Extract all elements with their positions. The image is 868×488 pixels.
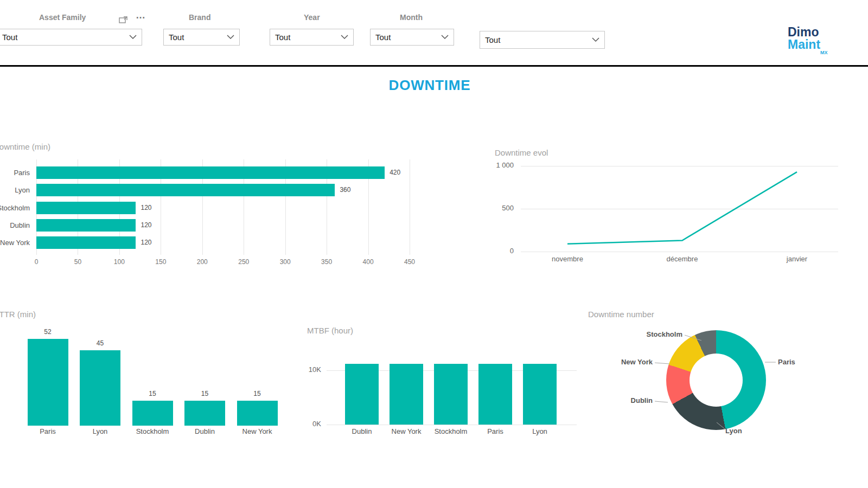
page-title: DOWNTIME [0, 77, 859, 94]
category-label-paris: Paris [0, 166, 30, 179]
bar-new-york[interactable] [390, 364, 423, 425]
filter-label-year: Year [304, 13, 320, 22]
category-label-paris: Paris [23, 427, 72, 435]
x-tick-label: 150 [150, 258, 171, 266]
value-label: 45 [87, 339, 114, 347]
category-label-stockholm: Stockholm [426, 427, 475, 435]
bar-dublin[interactable] [36, 219, 136, 232]
mttr-chart-title: MTTR (min) [0, 310, 36, 319]
category-label-lyon: Lyon [515, 427, 564, 435]
chevron-down-icon [341, 35, 348, 40]
bar-dublin[interactable] [345, 364, 379, 425]
donut-label-new-york: New York [598, 358, 653, 366]
bar-lyon[interactable] [36, 184, 335, 196]
x-tick-label: 350 [316, 258, 337, 266]
downtime-number-chart-title: Downtime number [588, 310, 654, 319]
x-tick-label: 450 [399, 258, 420, 266]
donut-label-paris: Paris [778, 358, 832, 366]
year-dropdown[interactable]: Tout [270, 29, 354, 46]
x-tick-label: janvier [773, 255, 821, 263]
gridline [327, 425, 577, 425]
bar-stockholm[interactable] [132, 401, 173, 426]
brand-dropdown[interactable]: Tout [163, 29, 240, 46]
dashboard-canvas: Asset Family … Brand Year Month Tout Tou… [0, 0, 868, 488]
downtime-evol-chart-title: Downtime evol [495, 148, 548, 157]
bar-paris[interactable] [478, 364, 512, 425]
mtbf-chart-title: MTBF (hour) [307, 326, 353, 335]
category-label-stockholm: Stockholm [128, 427, 177, 435]
chevron-down-icon [227, 35, 234, 40]
value-label: 15 [244, 390, 271, 397]
category-label-lyon: Lyon [76, 427, 125, 435]
downtime-min-chart-title: Downtime (min) [0, 142, 50, 151]
category-label-lyon: Lyon [0, 184, 30, 196]
bar-new-york[interactable] [36, 236, 136, 249]
value-label: 120 [141, 202, 151, 214]
bar-dublin[interactable] [184, 401, 225, 426]
bar-lyon[interactable] [80, 350, 120, 426]
logo-text-dimo: Dimo [788, 26, 837, 38]
category-label-stockholm: Stockholm [0, 202, 30, 214]
x-tick-label: 250 [233, 258, 254, 266]
header-divider [0, 65, 868, 67]
filter-label-brand: Brand [189, 13, 210, 22]
x-tick-label: novembre [543, 255, 592, 263]
category-label-paris: Paris [471, 427, 520, 435]
year-dropdown-value: Tout [275, 33, 290, 42]
x-tick-label: décembre [658, 255, 707, 263]
chevron-down-icon [441, 35, 449, 40]
donut-leader-lines [618, 325, 825, 445]
extra-filter-dropdown[interactable]: Tout [480, 31, 605, 49]
logo-text-maint: Maint [788, 38, 837, 51]
chevron-down-icon [129, 35, 137, 40]
popout-icon[interactable] [119, 16, 127, 25]
brand-dropdown-value: Tout [169, 33, 184, 42]
gridline [410, 159, 410, 255]
category-label-dublin: Dublin [181, 427, 229, 435]
value-label: 420 [390, 166, 400, 179]
x-tick-label: 100 [108, 258, 130, 266]
x-tick-label: 300 [275, 258, 296, 266]
bar-new-york[interactable] [237, 401, 278, 426]
month-dropdown-value: Tout [375, 33, 391, 42]
bar-stockholm[interactable] [434, 364, 468, 425]
logo-text-mx: MX [820, 50, 828, 55]
y-tick-label: 10K [288, 365, 321, 374]
y-tick-label: 1 000 [476, 161, 514, 169]
x-tick-label: 0 [25, 258, 47, 266]
y-tick-label: 0 [476, 247, 514, 255]
dimo-maint-logo: Dimo Maint MX [788, 26, 837, 51]
x-tick-label: 400 [358, 258, 379, 266]
value-label: 52 [34, 328, 61, 336]
chevron-down-icon [592, 37, 599, 42]
value-label: 120 [141, 236, 151, 249]
y-tick-label: 500 [476, 204, 514, 212]
asset-family-dropdown-value: Tout [2, 33, 17, 42]
value-label: 15 [192, 390, 219, 397]
donut-label-stockholm: Stockholm [628, 330, 682, 338]
asset-family-dropdown[interactable]: Tout [0, 29, 142, 46]
bar-paris[interactable] [36, 166, 385, 179]
category-label-new-york: New York [382, 427, 431, 435]
more-options-icon[interactable]: … [136, 10, 146, 21]
extra-filter-dropdown-value: Tout [485, 35, 500, 44]
y-tick-label: 0K [288, 420, 321, 428]
donut-label-lyon: Lyon [725, 427, 780, 435]
bar-stockholm[interactable] [36, 202, 136, 214]
month-dropdown[interactable]: Tout [370, 29, 454, 46]
downtime-evol-line[interactable] [521, 160, 846, 255]
category-label-dublin: Dublin [337, 427, 386, 435]
value-label: 120 [141, 219, 151, 232]
category-label-dublin: Dublin [0, 219, 30, 232]
bar-lyon[interactable] [523, 364, 557, 425]
x-tick-label: 200 [192, 258, 213, 266]
donut-label-dublin: Dublin [598, 396, 653, 404]
bar-paris[interactable] [28, 339, 68, 426]
category-label-new-york: New York [233, 427, 282, 435]
filter-label-asset-family: Asset Family [39, 13, 86, 22]
x-tick-label: 50 [67, 258, 88, 266]
filter-label-month: Month [400, 13, 423, 22]
value-label: 360 [340, 184, 350, 196]
value-label: 15 [139, 390, 166, 397]
category-label-new-york: New York [0, 236, 30, 249]
